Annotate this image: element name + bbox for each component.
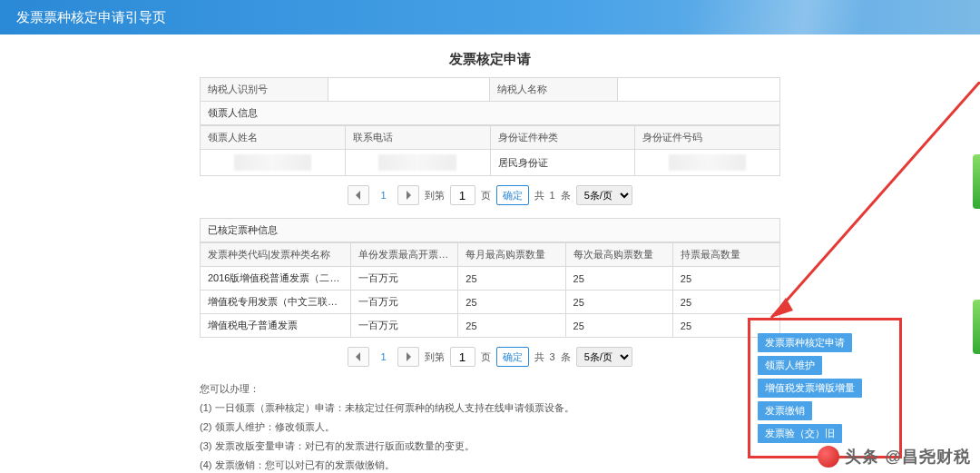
- jump-input[interactable]: [450, 347, 475, 367]
- col-recipient-phone: 联系电话: [345, 126, 490, 150]
- next-button[interactable]: [397, 347, 419, 367]
- total-post: 条: [561, 189, 571, 202]
- cell-per-max: 25: [565, 291, 672, 314]
- cell-code-name: 2016版增值税普通发票（二联…: [201, 267, 351, 291]
- taxpayer-name-label: 纳税人名称: [490, 78, 618, 102]
- col-recipient-idno: 身份证件号码: [635, 126, 780, 150]
- help-line: (2) 领票人维护：修改领票人。: [200, 418, 780, 437]
- side-handle-icon[interactable]: [973, 154, 980, 209]
- page-current[interactable]: 1: [375, 190, 391, 201]
- app-header: 发票票种核定申请引导页: [0, 0, 980, 34]
- taxpayer-table: 纳税人识别号 纳税人名称 领票人信息: [200, 77, 780, 125]
- cell-monthly-max: 25: [458, 291, 565, 314]
- action-recipient-maint[interactable]: 领票人维护: [758, 356, 822, 375]
- help-line: (3) 发票改版变量申请：对已有的发票进行版面或数量的变更。: [200, 437, 780, 456]
- pager-1: 1 到第 页 确定 共 1 条 5条/页: [200, 185, 780, 205]
- cell-code-name: 增值税电子普通发票: [201, 314, 351, 338]
- chevron-left-icon: [354, 352, 363, 361]
- total-pre: 共: [534, 189, 544, 202]
- jump-confirm-button[interactable]: 确定: [496, 347, 529, 367]
- watermark-text: 头条 @昌尧财税: [845, 446, 971, 468]
- table-row: 增值税专用发票（中文三联无… 一百万元 25 25 25: [201, 291, 780, 314]
- jump-input[interactable]: [450, 185, 475, 205]
- total-post: 条: [561, 350, 571, 364]
- page-title: 发票核定申请: [200, 51, 780, 68]
- col-recipient-idtype: 身份证件种类: [490, 126, 635, 150]
- help-block: 您可以办理： (1) 一日领票（票种核定）申请：未核定过任何票种的纳税人支持在线…: [200, 379, 780, 473]
- svg-marker-1: [407, 191, 411, 200]
- help-heading: 您可以办理：: [200, 379, 780, 399]
- recipient-table: 领票人姓名 联系电话 身份证件种类 身份证件号码 居民身份证: [200, 125, 780, 176]
- jump-label: 到第: [425, 350, 445, 364]
- recipient-idtype-value: 居民身份证: [490, 150, 635, 176]
- main-content: 发票核定申请 纳税人识别号 纳税人名称 领票人信息 领票人姓名 联系电话 身份证…: [200, 51, 780, 473]
- action-invoice-cancel[interactable]: 发票缴销: [758, 401, 812, 420]
- cell-max-amount: 一百万元: [351, 314, 458, 338]
- cell-max-amount: 一百万元: [351, 267, 458, 291]
- svg-marker-2: [356, 352, 360, 361]
- svg-marker-0: [356, 191, 360, 200]
- watermark: 头条 @昌尧财税: [818, 446, 971, 468]
- chevron-right-icon: [404, 191, 413, 200]
- col-monthly-max: 每月最高购票数量: [458, 243, 565, 267]
- cell-per-max: 25: [565, 314, 672, 338]
- total-pre: 共: [534, 350, 544, 364]
- total-count: 1: [550, 190, 555, 201]
- cell-per-max: 25: [565, 267, 672, 291]
- cell-monthly-max: 25: [458, 314, 565, 338]
- help-line: (4) 发票缴销：您可以对已有的发票做缴销。: [200, 456, 780, 473]
- page-size-select[interactable]: 5条/页: [576, 347, 632, 367]
- action-panel: 发票票种核定申请 领票人维护 增值税发票增版增量 发票缴销 发票验（交）旧: [748, 318, 902, 458]
- cell-hold-max: 25: [672, 267, 779, 291]
- jump-label-post: 页: [481, 350, 491, 364]
- side-handle-icon[interactable]: [973, 300, 980, 354]
- cell-max-amount: 一百万元: [351, 291, 458, 314]
- recipient-idno-value: [635, 150, 780, 176]
- recipient-row: 居民身份证: [201, 150, 780, 176]
- verified-section: 已核定票种信息: [201, 219, 780, 242]
- svg-line-4: [771, 82, 980, 318]
- table-row: 2016版增值税普通发票（二联… 一百万元 25 25 25: [201, 267, 780, 291]
- col-code-name: 发票种类代码|发票种类名称: [201, 243, 351, 267]
- jump-confirm-button[interactable]: 确定: [496, 185, 529, 205]
- prev-button[interactable]: [348, 347, 369, 367]
- verified-table: 发票种类代码|发票种类名称 单份发票最高开票金额 每月最高购票数量 每次最高购票…: [200, 242, 780, 338]
- help-line: (1) 一日领票（票种核定）申请：未核定过任何票种的纳税人支持在线申请领票设备。: [200, 399, 780, 418]
- taxpayer-id-value: [328, 78, 490, 102]
- jump-label-post: 页: [481, 189, 491, 202]
- page-current[interactable]: 1: [375, 351, 391, 362]
- table-row: 增值税电子普通发票 一百万元 25 25 25: [201, 314, 780, 338]
- pager-2: 1 到第 页 确定 共 3 条 5条/页: [200, 347, 780, 367]
- cell-monthly-max: 25: [458, 267, 565, 291]
- chevron-right-icon: [404, 352, 413, 361]
- taxpayer-name-value: [618, 78, 780, 102]
- annotation-arrow: [753, 82, 980, 336]
- action-invoice-type[interactable]: 发票票种核定申请: [758, 333, 852, 352]
- watermark-logo-icon: [818, 446, 839, 468]
- verified-section-table: 已核定票种信息: [200, 218, 780, 242]
- prev-button[interactable]: [348, 185, 369, 205]
- recipient-phone-value: [345, 150, 490, 176]
- taxpayer-id-label: 纳税人识别号: [201, 78, 328, 102]
- recipient-name-value: [201, 150, 346, 176]
- col-max-amount: 单份发票最高开票金额: [351, 243, 458, 267]
- col-recipient-name: 领票人姓名: [201, 126, 346, 150]
- recipient-section: 领票人信息: [201, 102, 780, 125]
- total-count: 3: [550, 351, 555, 362]
- header-title: 发票票种核定申请引导页: [16, 9, 166, 26]
- cell-code-name: 增值税专用发票（中文三联无…: [201, 291, 351, 314]
- next-button[interactable]: [397, 185, 419, 205]
- action-invoice-verify-old[interactable]: 发票验（交）旧: [758, 424, 842, 443]
- chevron-left-icon: [354, 191, 363, 200]
- page-size-select[interactable]: 5条/页: [576, 185, 632, 205]
- col-per-max: 每次最高购票数量: [565, 243, 672, 267]
- svg-marker-3: [407, 352, 411, 361]
- jump-label: 到第: [425, 189, 445, 202]
- col-hold-max: 持票最高数量: [672, 243, 779, 267]
- action-vat-increase[interactable]: 增值税发票增版增量: [758, 379, 862, 398]
- cell-hold-max: 25: [672, 291, 779, 314]
